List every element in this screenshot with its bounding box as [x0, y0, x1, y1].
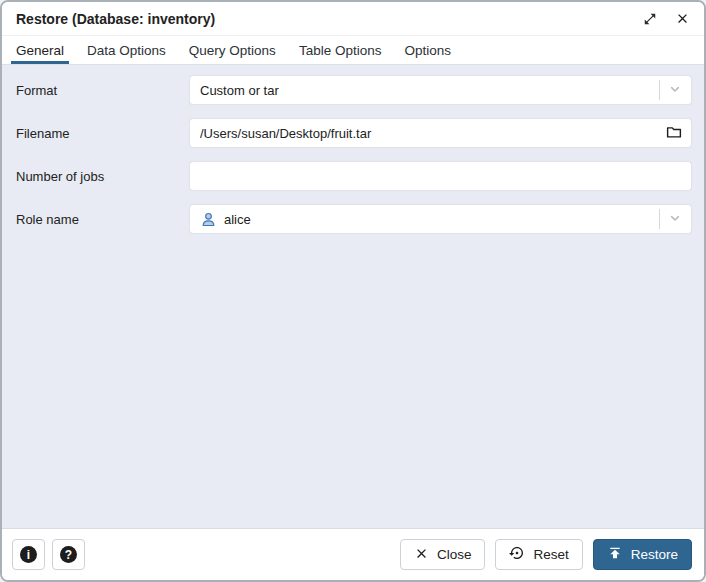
number-of-jobs-row: Number of jobs	[16, 161, 692, 191]
reset-button[interactable]: Reset	[495, 539, 582, 570]
restore-button[interactable]: Restore	[593, 539, 692, 570]
info-button[interactable]: i	[12, 539, 45, 570]
reset-button-label: Reset	[533, 547, 568, 562]
format-label: Format	[16, 83, 189, 98]
restore-upload-icon	[607, 545, 623, 564]
tab-general[interactable]: General	[11, 36, 69, 64]
chevron-down-icon[interactable]	[667, 210, 683, 229]
dialog-titlebar: Restore (Database: inventory)	[2, 2, 704, 36]
format-row: Format Custom or tar	[16, 75, 692, 105]
select-separator	[659, 209, 660, 229]
role-name-row: Role name alice	[16, 204, 692, 234]
close-button[interactable]: Close	[400, 539, 486, 570]
general-tab-panel: Format Custom or tar Filename	[2, 65, 704, 528]
help-icon: ?	[60, 546, 77, 563]
info-icon: i	[20, 546, 37, 563]
tab-options[interactable]: Options	[399, 36, 456, 64]
tab-query-options[interactable]: Query Options	[184, 36, 281, 64]
close-button-label: Close	[437, 547, 472, 562]
backup-restore-icon	[509, 545, 525, 564]
browse-file-button[interactable]	[665, 123, 683, 144]
chevron-down-icon[interactable]	[667, 81, 683, 100]
role-name-select[interactable]: alice	[189, 204, 692, 234]
tab-table-options[interactable]: Table Options	[294, 36, 387, 64]
dialog-tabbar: General Data Options Query Options Table…	[2, 36, 704, 65]
filename-row: Filename	[16, 118, 692, 148]
help-button[interactable]: ?	[52, 539, 85, 570]
number-of-jobs-label: Number of jobs	[16, 169, 189, 184]
number-of-jobs-field	[189, 161, 692, 191]
folder-icon	[665, 123, 683, 144]
close-x-icon	[414, 546, 429, 564]
filename-label: Filename	[16, 126, 189, 141]
filename-input[interactable]	[200, 119, 665, 147]
number-of-jobs-input[interactable]	[200, 162, 683, 190]
expand-icon[interactable]	[643, 12, 657, 26]
restore-button-label: Restore	[631, 547, 678, 562]
dialog-footer: i ? Close Reset	[2, 528, 704, 580]
role-name-label: Role name	[16, 212, 189, 227]
filename-field	[189, 118, 692, 148]
restore-dialog: Restore (Database: inventory) General Da…	[0, 0, 706, 582]
close-icon[interactable]	[675, 11, 690, 26]
dialog-title: Restore (Database: inventory)	[16, 11, 215, 27]
user-icon	[200, 211, 217, 228]
role-name-value: alice	[224, 212, 659, 227]
format-select-value: Custom or tar	[200, 83, 659, 98]
tab-data-options[interactable]: Data Options	[82, 36, 171, 64]
select-separator	[659, 80, 660, 100]
format-select[interactable]: Custom or tar	[189, 75, 692, 105]
